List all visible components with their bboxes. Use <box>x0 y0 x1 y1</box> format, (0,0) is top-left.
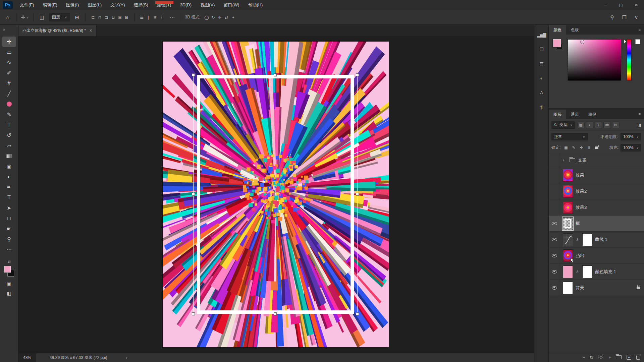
layer-mask-thumbnail[interactable] <box>582 265 592 278</box>
white-swatch[interactable] <box>635 39 640 44</box>
layer-row-0[interactable]: ›文案 <box>549 153 644 167</box>
visibility-toggle[interactable] <box>549 248 560 263</box>
gradient-tool[interactable] <box>2 151 16 161</box>
transform-handle-sw[interactable] <box>192 312 195 315</box>
dodge-tool[interactable]: ◐ <box>2 172 16 182</box>
filter-shape-icon[interactable]: ▭ <box>603 122 611 128</box>
transform-handle-nw[interactable] <box>192 73 195 76</box>
quick-mask-icon[interactable]: ▣ <box>7 281 11 287</box>
layers-tab-channels[interactable]: 通道 <box>566 110 584 119</box>
layer-style-icon[interactable]: fx <box>590 355 593 360</box>
color-tab-swatches[interactable]: 色板 <box>566 25 584 35</box>
transform-handle-w[interactable] <box>192 193 195 196</box>
lock-pixels-icon[interactable]: ✎ <box>570 145 577 151</box>
distribute-widths-icon[interactable]: ⋮ <box>159 13 165 22</box>
transform-handle-se[interactable] <box>356 312 359 315</box>
screen-mode-icon[interactable]: ◧ <box>7 291 11 296</box>
layer-mask-thumbnail[interactable] <box>582 233 592 246</box>
filter-pixel-icon[interactable]: ▦ <box>577 122 585 128</box>
align-top-icon[interactable]: ⊔ <box>110 13 117 22</box>
distribute-vertical-icon[interactable]: ☰ <box>139 13 145 22</box>
tool-preset-icon[interactable]: ✛ ∨ <box>20 13 29 22</box>
color-menu-icon[interactable]: ≡ <box>635 25 644 35</box>
color-picker-ring[interactable] <box>581 40 584 44</box>
workspace-switcher-icon[interactable]: ❐ <box>620 13 629 22</box>
status-chevron-icon[interactable]: › <box>126 355 127 360</box>
saturation-brightness-picker[interactable] <box>568 39 621 81</box>
delete-layer-icon[interactable] <box>636 355 640 360</box>
lock-transparency-icon[interactable]: ▦ <box>562 145 569 151</box>
3d-roll-icon[interactable]: ↻ <box>210 13 217 22</box>
layer-row-2[interactable]: 效果2 <box>549 183 644 199</box>
opacity-dropdown[interactable]: 100% ∨ <box>621 133 641 140</box>
new-layer-icon[interactable]: + <box>627 355 631 360</box>
visibility-toggle[interactable] <box>549 264 560 280</box>
layer-row-7[interactable]: ∞颜色填充 1 <box>549 264 644 280</box>
toolbar-collapse-icon[interactable]: » <box>0 25 5 34</box>
layer-thumbnail[interactable] <box>563 282 573 294</box>
visibility-toggle[interactable] <box>549 167 560 183</box>
visibility-toggle[interactable] <box>549 199 560 215</box>
distribute-horizontal-icon[interactable]: ∥ <box>145 13 152 22</box>
new-group-icon[interactable] <box>616 355 622 359</box>
show-transform-controls-icon[interactable]: ⊞ <box>73 13 82 22</box>
foreground-color-swatch[interactable] <box>553 39 561 47</box>
layer-row-6[interactable]: 凸出 <box>549 248 644 264</box>
tab-close-icon[interactable]: ✕ <box>89 28 92 33</box>
new-adjustment-layer-icon[interactable]: ◑ <box>608 355 611 360</box>
more-tools[interactable]: ⋯ <box>2 244 16 255</box>
eyedropper-tool[interactable]: ╱ <box>2 88 16 99</box>
align-right-icon[interactable]: ⊐ <box>103 13 110 22</box>
history-brush-tool[interactable]: ↺ <box>2 130 16 140</box>
align-center-v-icon[interactable]: ⊞ <box>117 13 123 22</box>
menu-select[interactable]: 选择(S) <box>129 0 152 10</box>
menu-window[interactable]: 窗口(W) <box>219 0 244 10</box>
3d-orbit-icon[interactable]: ◯ <box>203 13 210 22</box>
panel-chevron-icon[interactable]: ∨ <box>632 13 641 22</box>
hand-tool[interactable]: ☛ <box>2 224 16 234</box>
align-left-icon[interactable]: ⊏ <box>90 13 97 22</box>
home-icon[interactable]: ⌂ <box>3 13 12 22</box>
adjustments-panel-icon[interactable]: ◐ <box>540 76 543 81</box>
close-button[interactable]: ✕ <box>629 0 644 10</box>
chevron-right-icon[interactable]: › <box>563 158 567 163</box>
lasso-tool[interactable]: ∿ <box>2 57 16 68</box>
poster-document[interactable] <box>163 42 389 347</box>
layers-tab-layers[interactable]: 图层 <box>549 110 566 119</box>
brush-tool[interactable]: ✎ <box>2 109 16 120</box>
filter-adjustment-icon[interactable]: ◑ <box>586 122 593 128</box>
lock-all-icon[interactable] <box>593 145 600 151</box>
layer-thumbnail[interactable] <box>563 217 573 230</box>
distribute-heights-icon[interactable]: ≡ <box>152 13 159 22</box>
auto-select-target-dropdown[interactable]: 图层∨ <box>49 13 70 21</box>
zoom-tool[interactable]: ⚲ <box>2 234 16 244</box>
blur-tool[interactable]: ◉ <box>2 161 16 172</box>
lock-artboard-icon[interactable]: ⊞ <box>586 145 592 151</box>
layers-tab-paths[interactable]: 路径 <box>584 110 601 119</box>
color-tab-color[interactable]: 颜色 <box>549 25 566 35</box>
histogram-panel-icon[interactable]: ▂▅▇ <box>537 33 546 38</box>
link-layers-icon[interactable]: ∞ <box>582 355 585 360</box>
3d-slide-icon[interactable]: ⇄ <box>223 13 230 22</box>
foreground-color-swatch[interactable] <box>4 266 11 273</box>
layers-menu-icon[interactable]: ≡ <box>635 110 644 119</box>
search-icon[interactable]: ⚲ <box>608 13 616 22</box>
menu-file[interactable]: 文件(F) <box>15 0 39 10</box>
menu-layer[interactable]: 图层(L) <box>83 0 106 10</box>
menu-type[interactable]: 文字(Y) <box>106 0 129 10</box>
filter-toggle-icon[interactable]: ◨ <box>638 123 641 127</box>
paragraph-panel-icon[interactable]: ¶ <box>540 105 542 110</box>
align-bottom-icon[interactable]: ⊟ <box>123 13 130 22</box>
fill-dropdown[interactable]: 100% ∨ <box>621 144 641 152</box>
auto-select-icon[interactable]: ◫ <box>38 13 46 22</box>
zoom-level[interactable]: 48% <box>18 353 36 362</box>
layer-row-3[interactable]: 效果3 <box>549 199 644 216</box>
lock-position-icon[interactable]: ✛ <box>578 145 585 151</box>
properties-panel-icon[interactable]: ☰ <box>540 61 543 66</box>
canvas-area[interactable] <box>18 36 534 353</box>
filter-type-icon[interactable]: T <box>595 122 602 128</box>
add-layer-mask-icon[interactable] <box>598 355 603 359</box>
transform-handle-e[interactable] <box>356 193 359 196</box>
swap-colors-icon[interactable]: ⇄ <box>7 259 10 264</box>
layer-thumbnail[interactable] <box>563 265 573 278</box>
